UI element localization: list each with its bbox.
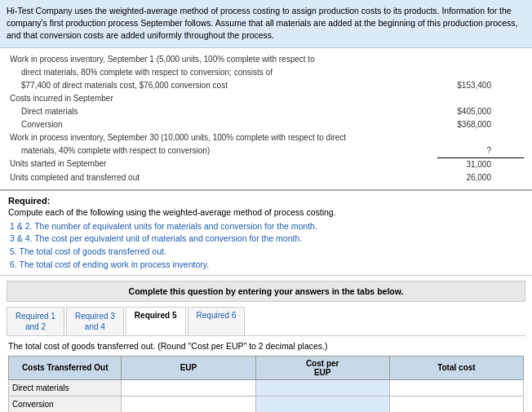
row-amount: $153,400	[437, 79, 524, 92]
tab-req34[interactable]: Required 3and 4	[66, 307, 124, 335]
table-row: Direct materials $405,000	[8, 105, 524, 118]
table-row-direct-materials: Direct materials	[9, 379, 524, 396]
input-dm-eup[interactable]	[125, 383, 251, 392]
content-area: The total cost of goods transferred out.…	[0, 336, 532, 412]
input-conv-total[interactable]	[393, 400, 520, 409]
intro-text: Hi-Test Company uses the weighted-averag…	[7, 6, 518, 40]
cell-conv-total[interactable]	[389, 396, 523, 412]
row-label: Costs incurred in September	[8, 92, 437, 105]
cell-dm-eup[interactable]	[122, 379, 255, 396]
row-label-conversion: Conversion	[9, 396, 122, 412]
complete-box: Complete this question by entering your …	[7, 281, 525, 302]
row-label: Units completed and transferred out	[8, 171, 437, 184]
table-row: Units completed and transferred out 26,0…	[8, 171, 524, 184]
table-row: Costs incurred in September	[8, 92, 524, 105]
table-row-conversion: Conversion	[9, 396, 524, 412]
row-amount: $368,000	[437, 118, 524, 131]
required-item-3: 5. The total cost of goods transferred o…	[10, 246, 524, 259]
table-row: Units started in September 31,000	[8, 157, 524, 171]
tab-req12[interactable]: Required 1and 2	[7, 307, 64, 335]
data-table-section: Work in process inventory, September 1 (…	[0, 48, 532, 191]
required-item-4: 6. The total cost of ending work in proc…	[10, 259, 524, 272]
table-row: Work in process inventory, September 30 …	[8, 131, 524, 144]
cell-conv-eup[interactable]	[122, 396, 255, 412]
col-header-eup: EUP	[122, 356, 255, 379]
row-amount	[437, 66, 524, 79]
input-conv-eup[interactable]	[125, 400, 251, 409]
table-row: materials, 40% complete with respect to …	[8, 144, 524, 158]
row-label: direct materials, 80% complete with resp…	[8, 66, 437, 79]
row-amount	[437, 92, 524, 105]
cell-conv-cpu[interactable]	[255, 396, 389, 412]
row-label: Units started in September	[8, 157, 437, 171]
cost-table: Costs Transferred Out EUP Cost perEUP To…	[8, 356, 524, 412]
row-amount: ?	[437, 144, 524, 158]
row-amount: 31,000	[437, 157, 524, 171]
row-label: Work in process inventory, September 30 …	[8, 131, 437, 144]
col-header-cost-per-eup: Cost perEUP	[255, 356, 389, 379]
table-row: Work in process inventory, September 1 (…	[8, 53, 524, 66]
row-amount	[437, 131, 524, 144]
row-label: $77,400 of direct materials cost, $76,00…	[8, 79, 437, 92]
row-label: Direct materials	[8, 105, 437, 118]
row-label-direct-materials: Direct materials	[9, 379, 122, 396]
input-conv-cpu[interactable]	[259, 400, 386, 409]
row-label: Work in process inventory, September 1 (…	[8, 53, 437, 66]
cell-dm-total[interactable]	[389, 379, 523, 396]
row-label: Conversion	[8, 118, 437, 131]
required-section: Required: Compute each of the following …	[0, 191, 532, 276]
col-header-total-cost: Total cost	[389, 356, 523, 379]
table-row: direct materials, 80% complete with resp…	[8, 66, 524, 79]
required-desc: Compute each of the following using the …	[8, 207, 524, 217]
table-row: $77,400 of direct materials cost, $76,00…	[8, 79, 524, 92]
required-list: 1 & 2. The number of equivalent units fo…	[10, 220, 524, 272]
intro-section: Hi-Test Company uses the weighted-averag…	[0, 0, 532, 48]
row-amount: 26,000	[437, 171, 524, 184]
tab-req5[interactable]: Required 5	[126, 307, 186, 335]
required-item-1: 1 & 2. The number of equivalent units fo…	[10, 220, 524, 233]
input-dm-cpu[interactable]	[259, 383, 386, 392]
cell-dm-cpu[interactable]	[255, 379, 389, 396]
tab-req6[interactable]: Required 6	[188, 307, 246, 335]
required-title: Required:	[8, 196, 524, 206]
required-item-2: 3 & 4. The cost per equivalent unit of m…	[10, 233, 524, 246]
row-label: materials, 40% complete with respect to …	[8, 144, 437, 158]
row-amount	[437, 53, 524, 66]
col-header-costs: Costs Transferred Out	[9, 356, 122, 379]
content-description: The total cost of goods transferred out.…	[8, 341, 524, 351]
input-dm-total[interactable]	[393, 383, 520, 392]
table-row: Conversion $368,000	[8, 118, 524, 131]
row-amount: $405,000	[437, 105, 524, 118]
tabs-row: Required 1and 2 Required 3and 4 Required…	[7, 307, 525, 336]
